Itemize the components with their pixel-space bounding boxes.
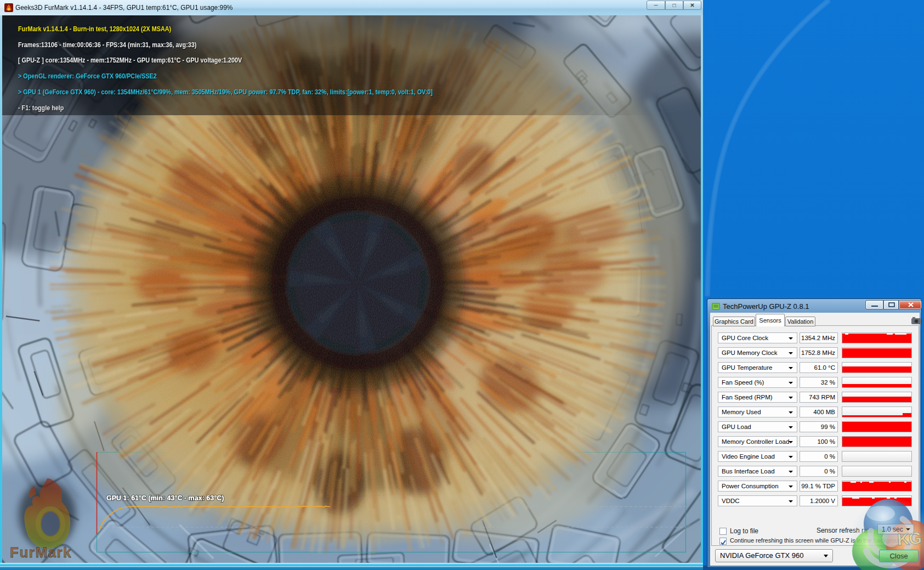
svg-text:GPU 1: 61°C (min: 43°C - max:: GPU 1: 61°C (min: 43°C - max: 63°C) — [106, 494, 224, 502]
svg-text:FurMark: FurMark — [10, 544, 72, 561]
